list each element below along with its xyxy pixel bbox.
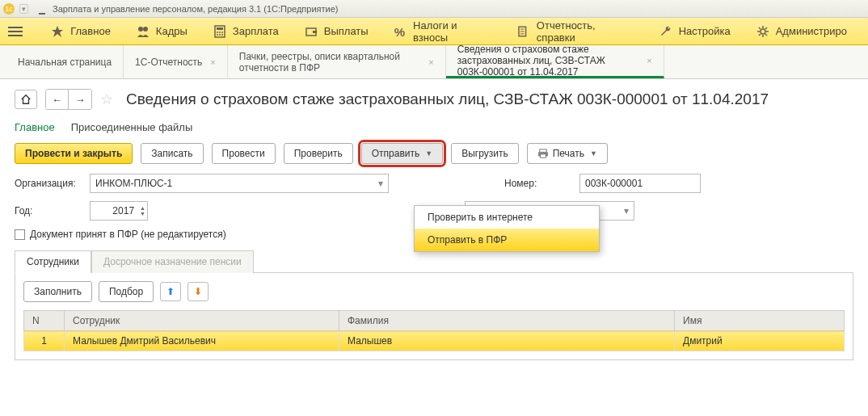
year-spinner[interactable]: ▲▼ (140, 205, 145, 216)
window-titlebar: 1c ▾ Зарплата и управление персоналом, р… (0, 0, 868, 18)
svg-point-6 (219, 32, 221, 33)
svg-point-2 (143, 27, 148, 32)
tab-packs[interactable]: Пачки, реестры, описи квартальной отчетн… (228, 45, 446, 78)
people-icon (137, 25, 150, 38)
menu-vyplaty[interactable]: Выплаты (292, 18, 381, 45)
close-icon[interactable]: × (647, 56, 651, 65)
chevron-down-icon[interactable]: ▾ (378, 178, 383, 189)
print-button[interactable]: Печать▼ (527, 143, 608, 164)
button-label: Выгрузить (461, 148, 508, 159)
org-label: Организация: (15, 178, 83, 189)
tab-1c-report[interactable]: 1С-Отчетность× (124, 45, 228, 78)
gear-icon (756, 25, 769, 38)
document-tabs: Начальная страница 1С-Отчетность× Пачки,… (0, 45, 868, 79)
hamburger-icon[interactable] (8, 22, 27, 41)
tab-home[interactable]: Начальная страница (6, 45, 124, 78)
subtab-main[interactable]: Главное (15, 121, 55, 133)
menu-label: Отчетность, справки (537, 19, 634, 44)
menu-kadry[interactable]: Кадры (124, 18, 200, 45)
button-label: Записать (151, 148, 192, 159)
window-title: Зарплата и управление персоналом, редакц… (53, 4, 338, 14)
fill-button[interactable]: Заполнить (23, 281, 92, 302)
calculator-icon (213, 25, 226, 38)
tab-label: Сведения о страховом стаже застрахованны… (457, 44, 639, 78)
svg-rect-12 (313, 31, 317, 33)
chevron-down-icon[interactable]: ▾ (624, 205, 629, 216)
wallet-icon (305, 25, 318, 38)
year-input[interactable]: 2017 ▲▼ (90, 201, 148, 221)
save-button[interactable]: Записать (141, 143, 203, 164)
move-up-button[interactable]: ⬆ (160, 282, 181, 301)
svg-point-5 (217, 32, 218, 33)
tab-label: Начальная страница (18, 57, 112, 68)
svg-point-8 (217, 34, 218, 36)
cell-firstname: Дмитрий (675, 331, 845, 351)
percent-icon: % (394, 25, 407, 38)
col-header-n[interactable]: N (24, 311, 65, 331)
menu-main[interactable]: Главное (38, 18, 124, 45)
send-button[interactable]: Отправить▼ (361, 143, 443, 164)
tab-employees[interactable]: Сотрудники (15, 250, 91, 273)
close-icon[interactable]: × (210, 57, 215, 67)
pick-button[interactable]: Подбор (99, 281, 154, 302)
svg-point-7 (221, 32, 223, 33)
move-down-button[interactable]: ⬇ (188, 282, 209, 301)
accepted-label: Документ принят в ПФР (не редактируется) (30, 229, 226, 240)
org-input[interactable]: ИНКОМ-ПЛЮС-1 ▾ (90, 174, 389, 193)
tab-early-pension[interactable]: Досрочное назначение пенсии (91, 250, 254, 273)
menu-label: Настройка (679, 25, 731, 37)
col-header-lastname[interactable]: Фамилия (339, 311, 675, 331)
export-button[interactable]: Выгрузить (451, 143, 519, 164)
button-label: Провести и закрыть (25, 148, 122, 159)
post-and-close-button[interactable]: Провести и закрыть (15, 143, 133, 164)
svg-point-17 (761, 29, 765, 34)
menu-nastroika[interactable]: Настройка (647, 18, 744, 45)
home-button[interactable] (15, 90, 37, 109)
nav-back-button[interactable]: ← (46, 90, 69, 109)
tab-szv-stazh[interactable]: Сведения о страховом стаже застрахованны… (446, 45, 664, 78)
col-header-firstname[interactable]: Имя (675, 311, 845, 331)
spinner-down-icon[interactable]: ▼ (140, 211, 145, 216)
wrench-icon (659, 25, 672, 38)
button-label: Подбор (109, 286, 143, 297)
titlebar-dropdown-icon[interactable]: ▾ (19, 4, 28, 14)
svg-point-1 (138, 27, 143, 32)
input-value: ИНКОМ-ПЛЮС-1 (95, 178, 172, 189)
dropdown-item-check-online[interactable]: Проверить в интернете (415, 206, 599, 229)
tab-label: Пачки, реестры, описи квартальной отчетн… (239, 51, 421, 74)
subtab-files[interactable]: Присоединенные файлы (71, 121, 193, 133)
close-icon[interactable]: × (428, 57, 433, 67)
nav-forward-button[interactable]: → (69, 90, 91, 109)
check-button[interactable]: Проверить (284, 143, 353, 164)
button-label: Заполнить (34, 286, 82, 297)
svg-rect-4 (217, 27, 223, 30)
app-icon: 1c (3, 3, 15, 15)
arrow-up-icon: ⬆ (166, 286, 175, 297)
button-label: Отправить (372, 148, 420, 159)
favorite-star-icon[interactable]: ☆ (100, 90, 113, 108)
menu-nalogi[interactable]: % Налоги и взносы (381, 18, 505, 45)
post-button[interactable]: Провести (212, 143, 276, 164)
button-label: Проверить (294, 148, 343, 159)
accepted-checkbox[interactable] (15, 229, 25, 240)
input-value: 003К-000001 (585, 178, 643, 189)
dropdown-item-send-pfr[interactable]: Отправить в ПФР (415, 229, 599, 251)
table-row[interactable]: 1 Малышев Дмитрий Васильевич Малышев Дми… (24, 331, 845, 351)
menu-label: Кадры (156, 25, 188, 37)
cell-lastname: Малышев (339, 331, 675, 351)
menu-admin[interactable]: Администриро (744, 18, 860, 45)
minimize-icon[interactable] (36, 3, 48, 15)
spinner-up-icon[interactable]: ▲ (140, 205, 145, 211)
send-dropdown-menu: Проверить в интернете Отправить в ПФР (414, 205, 600, 252)
button-label: Печать (553, 148, 584, 159)
button-label: Провести (222, 148, 265, 159)
number-input[interactable]: 003К-000001 (579, 174, 701, 193)
menu-label: Главное (70, 25, 111, 37)
main-menubar: Главное Кадры Зарплата Выплаты % Налоги … (0, 18, 868, 45)
col-header-employee[interactable]: Сотрудник (65, 311, 339, 331)
menu-zarplata[interactable]: Зарплата (200, 18, 292, 45)
menu-otchetnost[interactable]: Отчетность, справки (504, 18, 646, 45)
tab-label: 1С-Отчетность (135, 57, 202, 68)
menu-label: Выплаты (324, 25, 369, 37)
table-header-row: N Сотрудник Фамилия Имя (24, 311, 845, 331)
